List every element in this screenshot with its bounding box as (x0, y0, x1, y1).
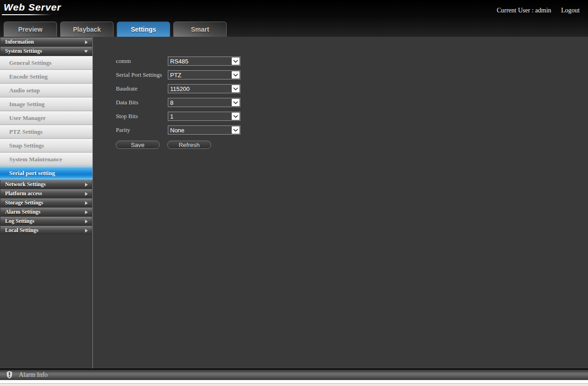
sidebar-item-system-settings[interactable]: System Settings (0, 47, 92, 55)
chevron-right-icon (85, 192, 88, 196)
sidebar-item-label: Storage Settings (5, 199, 43, 206)
sidebar-item-ptz-settings[interactable]: PTZ Settings (0, 125, 92, 139)
sidebar-item-label: Serial port setting (9, 170, 55, 176)
sidebar-item-label: Information (5, 39, 34, 45)
sidebar-item-label: Platform access (5, 190, 42, 197)
sidebar-item-storage-settings[interactable]: Storage Settings (0, 199, 92, 207)
chevron-down-icon (232, 57, 240, 65)
stop-bits-label: Stop Bits (116, 113, 168, 120)
sidebar-item-user-manager[interactable]: User Manager (0, 111, 92, 125)
tab-smart[interactable]: Smart (173, 22, 227, 37)
sidebar-item-label: User Manager (9, 114, 46, 121)
chevron-down-icon (232, 71, 240, 79)
serial-port-settings-select-value: PTZ (168, 72, 232, 79)
sidebar-item-snap-settings[interactable]: Snap Settings (0, 139, 92, 153)
chevron-right-icon (85, 183, 88, 187)
form-row-parity: Parity None (116, 125, 588, 135)
sidebar-item-label: System Maintenance (9, 156, 62, 163)
sidebar-item-local-settings[interactable]: Local Settings (0, 226, 92, 234)
sidebar-item-label: Network Settings (5, 181, 46, 188)
tab-label: Settings (131, 26, 156, 33)
sidebar-item-label: System Settings (5, 48, 42, 55)
data-bits-label: Data Bits (116, 99, 168, 106)
tab-label: Playback (73, 26, 101, 33)
serial-port-settings-panel: comm RS485 Serial Port Settings PTZ Baud… (93, 37, 588, 369)
stop-bits-select[interactable]: 1 (168, 112, 240, 121)
sidebar-item-platform-access[interactable]: Platform access (0, 189, 92, 198)
alarm-info-label: Alarm Info (19, 371, 48, 379)
tab-settings[interactable]: Settings (117, 22, 170, 37)
header: Web Server Current User : admin Logout P… (0, 0, 588, 37)
bottom-strip-beige (0, 383, 588, 386)
chevron-right-icon (85, 210, 88, 214)
baudrate-select[interactable]: 115200 (168, 84, 240, 93)
shield-alert-icon (6, 370, 13, 379)
sidebar-item-label: Log Settings (5, 218, 34, 225)
form-row-stop-bits: Stop Bits 1 (116, 112, 588, 121)
parity-label: Parity (116, 126, 168, 134)
comm-select[interactable]: RS485 (168, 57, 240, 66)
sidebar-item-log-settings[interactable]: Log Settings (0, 217, 92, 225)
chevron-down-icon (232, 85, 240, 92)
form-row-serial-port-settings: Serial Port Settings PTZ (116, 70, 588, 79)
sidebar-item-system-maintenance[interactable]: System Maintenance (0, 153, 92, 166)
data-bits-select[interactable]: 8 (168, 98, 240, 107)
chevron-down-icon (84, 50, 88, 53)
logo-underline (2, 14, 51, 15)
sidebar-item-information[interactable]: Information (0, 38, 92, 46)
sidebar-item-image-setting[interactable]: Image Setting (0, 97, 92, 111)
tab-label: Smart (191, 26, 209, 33)
sidebar-item-label: Local Settings (5, 227, 38, 234)
tab-bar: Preview Playback Settings Smart (4, 22, 227, 37)
sidebar-item-alarm-settings[interactable]: Alarm Settings (0, 208, 92, 216)
data-bits-select-value: 8 (168, 99, 232, 106)
sidebar-item-label: Image Setting (9, 101, 45, 108)
bottom-strip-white (0, 380, 588, 383)
form-buttons: Save Refresh (116, 141, 588, 149)
sidebar-item-encode-setting[interactable]: Encode Setting (0, 70, 92, 84)
user-area: Current User : admin Logout (497, 7, 580, 14)
comm-select-value: RS485 (168, 58, 232, 65)
sidebar: Information System Settings General Sett… (0, 37, 93, 369)
comm-label: comm (116, 57, 168, 65)
sidebar-item-label: General Settings (9, 59, 51, 66)
sidebar-item-label: PTZ Settings (9, 128, 43, 135)
tab-preview[interactable]: Preview (4, 22, 57, 37)
tab-label: Preview (18, 26, 43, 33)
chevron-down-icon (232, 113, 240, 120)
parity-select[interactable]: None (168, 125, 240, 135)
logout-link[interactable]: Logout (561, 7, 580, 14)
sidebar-item-label: Snap Settings (9, 142, 44, 149)
stop-bits-select-value: 1 (168, 113, 232, 120)
form-row-data-bits: Data Bits 8 (116, 98, 588, 107)
save-button[interactable]: Save (116, 141, 160, 149)
chevron-right-icon (85, 229, 88, 233)
refresh-button[interactable]: Refresh (167, 141, 211, 149)
form-row-comm: comm RS485 (116, 57, 588, 66)
sidebar-item-general-settings[interactable]: General Settings (0, 56, 92, 70)
current-user-label: Current User : admin (497, 7, 551, 14)
sidebar-item-audio-setup[interactable]: Audio setup (0, 84, 92, 97)
form-row-baudrate: Baudrate 115200 (116, 84, 588, 93)
serial-port-settings-label: Serial Port Settings (116, 71, 168, 79)
chevron-down-icon (232, 126, 240, 134)
sidebar-item-label: Encode Setting (9, 73, 47, 80)
baudrate-label: Baudrate (116, 85, 168, 92)
sidebar-item-serial-port-setting[interactable]: Serial port setting (0, 166, 92, 180)
tab-playback[interactable]: Playback (60, 22, 114, 37)
chevron-right-icon (85, 201, 88, 205)
baudrate-select-value: 115200 (168, 85, 232, 92)
serial-port-settings-select[interactable]: PTZ (168, 70, 240, 79)
alarm-info-bar[interactable]: Alarm Info (0, 369, 588, 380)
parity-select-value: None (168, 127, 232, 134)
chevron-down-icon (232, 99, 240, 106)
sidebar-item-label: Alarm Settings (5, 209, 40, 216)
sidebar-item-label: Audio setup (9, 87, 40, 94)
chevron-right-icon (85, 220, 88, 223)
app-logo: Web Server (4, 2, 61, 13)
chevron-right-icon (85, 40, 88, 44)
sidebar-item-network-settings[interactable]: Network Settings (0, 180, 92, 188)
